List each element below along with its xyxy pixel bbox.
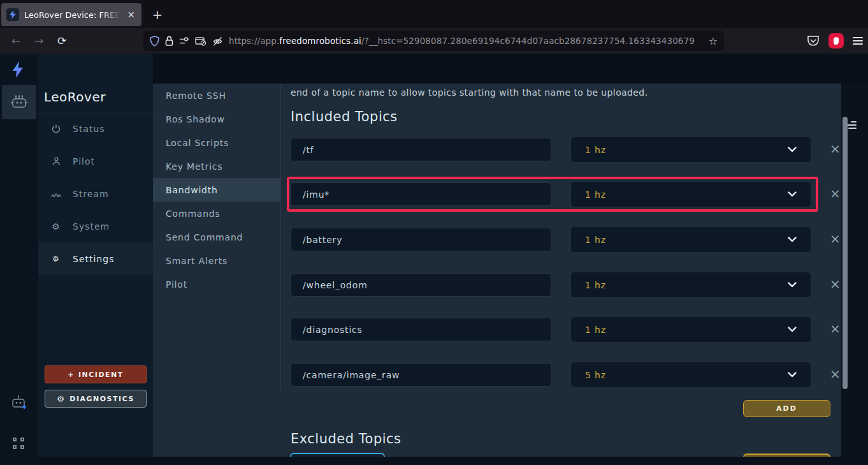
topic-name-input[interactable]: /camera/image_raw [291,363,551,387]
add-topic-button[interactable]: ADD [743,400,830,417]
bandwidth-intro-text: end of a topic name to allow topics star… [291,87,648,98]
chevron-down-icon [788,191,797,197]
person-icon [52,157,61,166]
add-device-icon[interactable] [10,394,28,411]
topic-name-input[interactable]: /wheel_odom [291,273,551,297]
subnav-item-commands[interactable]: Commands [153,202,280,225]
device-name: LeoRover [44,89,106,105]
gears-icon: ⚙ [57,394,65,404]
permissions-slider-icon[interactable] [179,37,189,45]
menu-hamburger-icon[interactable] [853,35,863,47]
chevron-down-icon [788,327,797,332]
chevron-down-icon [788,147,797,152]
blocked-eye-icon[interactable] [212,36,223,46]
topic-row: /wheel_odom1 hz× [291,272,839,299]
blocked-card-icon[interactable] [195,36,206,46]
pocket-icon[interactable] [807,35,820,47]
subnav-item-key-metrics[interactable]: Key Metrics [153,154,280,178]
device-sidebar: LeoRover StatusPilotStream⚙System⚙Settin… [38,54,153,457]
subnav-item-bandwidth[interactable]: Bandwidth [153,178,280,202]
app-top-bar [38,54,868,84]
included-topics-heading: Included Topics [291,109,398,124]
settings-gear-icon: ⚙ [52,255,60,263]
topic-row: /camera/image_raw5 hz× [291,362,839,388]
sidebar-item-label: System [73,221,110,232]
app-rail [0,54,38,465]
tab-close-icon[interactable]: × [126,9,136,20]
sidebar-item-status[interactable]: Status [38,112,153,145]
topic-row: /tf1 hz× [291,137,839,163]
sidebar-item-settings[interactable]: ⚙Settings [38,242,153,275]
back-icon[interactable]: ← [6,31,25,50]
subnav-item-remote-ssh[interactable]: Remote SSH [153,84,280,107]
sidebar-item-label: Pilot [73,156,95,166]
browser-tab-bar: LeoRover Device: FREED × + [0,0,868,28]
chevron-down-icon [788,237,797,242]
topic-name-input[interactable]: /imu* [291,182,551,206]
rate-dropdown[interactable]: 1 hz [570,137,811,163]
waves-icon [51,190,61,198]
topic-name-input[interactable]: /diagnostics [291,318,551,341]
url-text[interactable]: https://app.freedomrobotics.ai/?__hstc=5… [229,36,703,46]
sidebar-item-pilot[interactable]: Pilot [38,145,153,177]
sidebar-item-system[interactable]: ⚙System [38,210,153,242]
tab-title: LeoRover Device: FREED [24,10,120,20]
screen: LeoRover Device: FREED × + ← → ⟳ [0,0,868,465]
remove-topic-icon[interactable]: × [830,232,841,246]
shield-icon[interactable] [150,36,159,47]
remove-topic-icon[interactable]: × [830,321,841,336]
gear-icon: ⚙ [52,221,61,232]
device-tile-selected[interactable] [2,85,36,119]
sidebar-item-stream[interactable]: Stream [38,177,153,210]
topic-row: /battery1 hz× [291,226,839,253]
topic-name-input[interactable]: /tf [291,138,551,161]
scrollbar-thumb[interactable] [843,117,848,389]
excluded-topics-heading: Excluded Topics [291,431,401,447]
url-bar[interactable]: https://app.freedomrobotics.ai/?__hstc=5… [143,31,724,51]
topic-name-input[interactable]: /battery [291,228,551,251]
sidebar-item-label: Settings [73,254,114,264]
power-icon [52,124,61,133]
robot-icon [10,94,29,110]
rate-dropdown[interactable]: 5 hz [570,362,811,388]
sidebar-item-label: Status [73,124,105,134]
new-tab-button[interactable]: + [148,5,167,24]
subnav-item-send-command[interactable]: Send Command [153,225,280,249]
subnav-item-local-scripts[interactable]: Local Scripts [153,131,280,154]
app-logo-bolt-icon[interactable] [11,61,24,78]
sidebar-item-label: Stream [73,189,109,199]
reload-icon[interactable]: ⟳ [52,31,71,50]
remove-topic-icon[interactable]: × [830,277,841,291]
subnav-item-smart-alerts[interactable]: Smart Alerts [153,249,280,272]
subnav-item-ros-shadow[interactable]: Ros Shadow [153,107,280,131]
fullscreen-icon[interactable] [13,438,24,449]
diagnostics-button[interactable]: ⚙ DIAGNOSTICS [45,390,147,408]
subnav-item-pilot[interactable]: Pilot [153,272,280,296]
settings-panel: Remote SSHRos ShadowLocal ScriptsKey Met… [153,84,841,457]
incident-button[interactable]: + INCIDENT [45,365,147,383]
topic-row: /diagnostics1 hz× [291,316,839,343]
browser-tab[interactable]: LeoRover Device: FREED × [1,3,141,26]
plus-icon: + [68,371,75,379]
remove-topic-icon[interactable]: × [830,142,841,156]
toolbar-right-icons [807,31,863,51]
rate-dropdown[interactable]: 1 hz [570,316,811,343]
remove-topic-icon[interactable]: × [830,367,841,381]
rate-dropdown[interactable]: 1 hz [570,181,811,207]
rate-dropdown[interactable]: 1 hz [570,272,811,298]
bolt-favicon-icon [6,8,19,21]
rate-dropdown[interactable]: 1 hz [570,226,811,253]
lock-icon[interactable] [165,36,173,46]
bookmark-star-icon[interactable]: ☆ [709,35,718,47]
remove-topic-icon[interactable]: × [830,186,841,200]
forward-icon[interactable]: → [29,31,48,50]
chevron-down-icon [788,282,797,288]
topic-row: /imu*1 hz× [291,181,839,208]
chevron-down-icon [788,372,797,378]
adblock-hand-icon[interactable] [828,33,844,48]
